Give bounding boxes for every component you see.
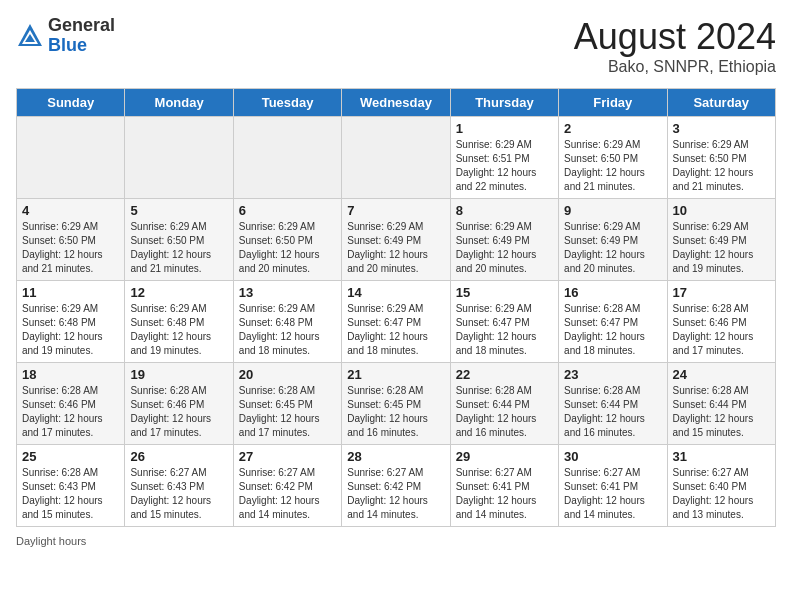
day-number: 2 [564,121,661,136]
day-info: Sunrise: 6:27 AMSunset: 6:43 PMDaylight:… [130,466,227,522]
calendar-day-cell: 25Sunrise: 6:28 AMSunset: 6:43 PMDayligh… [17,445,125,527]
day-number: 9 [564,203,661,218]
logo: General Blue [16,16,115,56]
calendar-day-cell: 7Sunrise: 6:29 AMSunset: 6:49 PMDaylight… [342,199,450,281]
calendar-weekday-header: Tuesday [233,89,341,117]
title-area: August 2024 Bako, SNNPR, Ethiopia [574,16,776,76]
day-info: Sunrise: 6:29 AMSunset: 6:49 PMDaylight:… [347,220,444,276]
calendar-day-cell: 29Sunrise: 6:27 AMSunset: 6:41 PMDayligh… [450,445,558,527]
calendar-week-row: 1Sunrise: 6:29 AMSunset: 6:51 PMDaylight… [17,117,776,199]
day-number: 22 [456,367,553,382]
day-number: 25 [22,449,119,464]
day-number: 7 [347,203,444,218]
day-number: 5 [130,203,227,218]
day-info: Sunrise: 6:29 AMSunset: 6:50 PMDaylight:… [673,138,770,194]
day-info: Sunrise: 6:29 AMSunset: 6:49 PMDaylight:… [456,220,553,276]
calendar-day-cell: 22Sunrise: 6:28 AMSunset: 6:44 PMDayligh… [450,363,558,445]
calendar-day-cell: 27Sunrise: 6:27 AMSunset: 6:42 PMDayligh… [233,445,341,527]
calendar-weekday-header: Thursday [450,89,558,117]
day-info: Sunrise: 6:29 AMSunset: 6:49 PMDaylight:… [564,220,661,276]
day-number: 1 [456,121,553,136]
day-info: Sunrise: 6:28 AMSunset: 6:44 PMDaylight:… [456,384,553,440]
logo-general: General [48,16,115,36]
calendar-day-cell: 17Sunrise: 6:28 AMSunset: 6:46 PMDayligh… [667,281,775,363]
footer-note: Daylight hours [16,535,776,547]
day-info: Sunrise: 6:27 AMSunset: 6:42 PMDaylight:… [347,466,444,522]
header: General Blue August 2024 Bako, SNNPR, Et… [16,16,776,76]
calendar-table: SundayMondayTuesdayWednesdayThursdayFrid… [16,88,776,527]
day-number: 24 [673,367,770,382]
calendar-day-cell: 30Sunrise: 6:27 AMSunset: 6:41 PMDayligh… [559,445,667,527]
day-number: 31 [673,449,770,464]
day-number: 18 [22,367,119,382]
calendar-day-cell: 15Sunrise: 6:29 AMSunset: 6:47 PMDayligh… [450,281,558,363]
calendar-day-cell: 1Sunrise: 6:29 AMSunset: 6:51 PMDaylight… [450,117,558,199]
calendar-day-cell: 26Sunrise: 6:27 AMSunset: 6:43 PMDayligh… [125,445,233,527]
day-number: 19 [130,367,227,382]
day-info: Sunrise: 6:28 AMSunset: 6:44 PMDaylight:… [564,384,661,440]
calendar-body: 1Sunrise: 6:29 AMSunset: 6:51 PMDaylight… [17,117,776,527]
calendar-day-cell: 21Sunrise: 6:28 AMSunset: 6:45 PMDayligh… [342,363,450,445]
day-info: Sunrise: 6:29 AMSunset: 6:48 PMDaylight:… [22,302,119,358]
day-info: Sunrise: 6:27 AMSunset: 6:40 PMDaylight:… [673,466,770,522]
day-number: 8 [456,203,553,218]
calendar-day-cell: 19Sunrise: 6:28 AMSunset: 6:46 PMDayligh… [125,363,233,445]
calendar-day-cell: 2Sunrise: 6:29 AMSunset: 6:50 PMDaylight… [559,117,667,199]
day-info: Sunrise: 6:28 AMSunset: 6:44 PMDaylight:… [673,384,770,440]
day-number: 14 [347,285,444,300]
calendar-day-cell: 24Sunrise: 6:28 AMSunset: 6:44 PMDayligh… [667,363,775,445]
calendar-day-cell: 5Sunrise: 6:29 AMSunset: 6:50 PMDaylight… [125,199,233,281]
day-info: Sunrise: 6:28 AMSunset: 6:45 PMDaylight:… [239,384,336,440]
calendar-day-cell: 18Sunrise: 6:28 AMSunset: 6:46 PMDayligh… [17,363,125,445]
day-number: 4 [22,203,119,218]
calendar-weekday-header: Saturday [667,89,775,117]
calendar-day-cell: 4Sunrise: 6:29 AMSunset: 6:50 PMDaylight… [17,199,125,281]
day-number: 20 [239,367,336,382]
day-number: 17 [673,285,770,300]
day-info: Sunrise: 6:29 AMSunset: 6:49 PMDaylight:… [673,220,770,276]
day-number: 28 [347,449,444,464]
calendar-day-cell: 13Sunrise: 6:29 AMSunset: 6:48 PMDayligh… [233,281,341,363]
day-number: 10 [673,203,770,218]
calendar-day-cell [125,117,233,199]
calendar-weekday-header: Sunday [17,89,125,117]
day-info: Sunrise: 6:28 AMSunset: 6:47 PMDaylight:… [564,302,661,358]
day-info: Sunrise: 6:29 AMSunset: 6:50 PMDaylight:… [22,220,119,276]
day-info: Sunrise: 6:28 AMSunset: 6:46 PMDaylight:… [22,384,119,440]
calendar-header-row: SundayMondayTuesdayWednesdayThursdayFrid… [17,89,776,117]
day-info: Sunrise: 6:29 AMSunset: 6:51 PMDaylight:… [456,138,553,194]
calendar-day-cell: 23Sunrise: 6:28 AMSunset: 6:44 PMDayligh… [559,363,667,445]
logo-icon [16,22,44,50]
calendar-day-cell [17,117,125,199]
location: Bako, SNNPR, Ethiopia [574,58,776,76]
day-number: 13 [239,285,336,300]
day-info: Sunrise: 6:29 AMSunset: 6:48 PMDaylight:… [239,302,336,358]
day-number: 15 [456,285,553,300]
day-number: 12 [130,285,227,300]
day-info: Sunrise: 6:28 AMSunset: 6:45 PMDaylight:… [347,384,444,440]
day-number: 27 [239,449,336,464]
calendar-week-row: 11Sunrise: 6:29 AMSunset: 6:48 PMDayligh… [17,281,776,363]
day-info: Sunrise: 6:27 AMSunset: 6:41 PMDaylight:… [456,466,553,522]
day-info: Sunrise: 6:29 AMSunset: 6:47 PMDaylight:… [456,302,553,358]
calendar-day-cell [233,117,341,199]
calendar-weekday-header: Monday [125,89,233,117]
day-info: Sunrise: 6:29 AMSunset: 6:50 PMDaylight:… [130,220,227,276]
day-number: 30 [564,449,661,464]
calendar-day-cell: 8Sunrise: 6:29 AMSunset: 6:49 PMDaylight… [450,199,558,281]
day-info: Sunrise: 6:27 AMSunset: 6:42 PMDaylight:… [239,466,336,522]
day-number: 21 [347,367,444,382]
day-info: Sunrise: 6:28 AMSunset: 6:46 PMDaylight:… [673,302,770,358]
calendar-day-cell: 16Sunrise: 6:28 AMSunset: 6:47 PMDayligh… [559,281,667,363]
day-number: 6 [239,203,336,218]
day-info: Sunrise: 6:29 AMSunset: 6:48 PMDaylight:… [130,302,227,358]
calendar-day-cell [342,117,450,199]
day-number: 23 [564,367,661,382]
calendar-weekday-header: Wednesday [342,89,450,117]
day-info: Sunrise: 6:27 AMSunset: 6:41 PMDaylight:… [564,466,661,522]
calendar-day-cell: 28Sunrise: 6:27 AMSunset: 6:42 PMDayligh… [342,445,450,527]
day-number: 26 [130,449,227,464]
month-year: August 2024 [574,16,776,58]
calendar-day-cell: 31Sunrise: 6:27 AMSunset: 6:40 PMDayligh… [667,445,775,527]
day-number: 16 [564,285,661,300]
